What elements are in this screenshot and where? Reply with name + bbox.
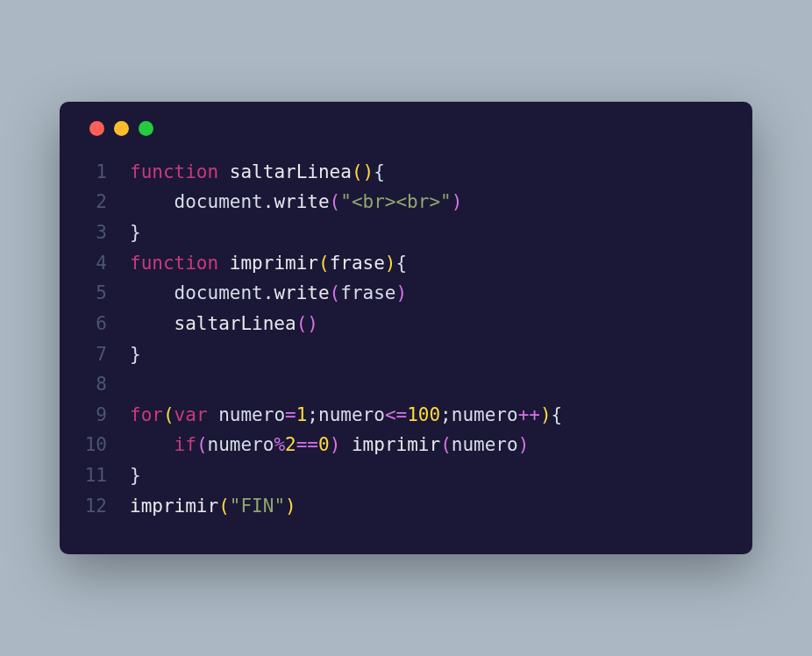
code-content: imprimir("FIN") bbox=[130, 491, 296, 522]
code-content: document.write("<br><br>") bbox=[130, 187, 462, 217]
line-number: 5 bbox=[84, 278, 130, 309]
line-number: 4 bbox=[84, 248, 130, 279]
code-line[interactable]: 11} bbox=[84, 460, 728, 491]
titlebar bbox=[84, 121, 728, 136]
line-number: 7 bbox=[84, 339, 130, 370]
code-content: for(var numero=1;numero<=100;numero++){ bbox=[130, 400, 562, 431]
code-line[interactable]: 2 document.write("<br><br>") bbox=[84, 187, 728, 217]
line-number: 9 bbox=[84, 400, 130, 431]
code-content: saltarLinea() bbox=[130, 309, 318, 339]
code-window: 1function saltarLinea(){2 document.write… bbox=[60, 102, 752, 555]
minimize-icon[interactable] bbox=[114, 121, 129, 136]
code-line[interactable]: 6 saltarLinea() bbox=[84, 309, 728, 339]
code-line[interactable]: 3} bbox=[84, 217, 728, 248]
code-content: } bbox=[130, 339, 141, 370]
code-editor[interactable]: 1function saltarLinea(){2 document.write… bbox=[84, 157, 728, 522]
code-content: } bbox=[130, 460, 141, 491]
close-icon[interactable] bbox=[89, 121, 104, 136]
line-number: 8 bbox=[84, 369, 130, 400]
line-number: 10 bbox=[84, 430, 130, 460]
code-line[interactable]: 8 bbox=[84, 369, 728, 400]
code-line[interactable]: 9for(var numero=1;numero<=100;numero++){ bbox=[84, 400, 728, 431]
line-number: 2 bbox=[84, 187, 130, 217]
code-content: if(numero%2==0) imprimir(numero) bbox=[130, 430, 529, 460]
code-line[interactable]: 4function imprimir(frase){ bbox=[84, 248, 728, 279]
code-content: document.write(frase) bbox=[130, 278, 407, 309]
line-number: 11 bbox=[84, 460, 130, 491]
line-number: 12 bbox=[84, 491, 130, 522]
code-line[interactable]: 7} bbox=[84, 339, 728, 370]
code-line[interactable]: 1function saltarLinea(){ bbox=[84, 157, 728, 188]
code-line[interactable]: 12imprimir("FIN") bbox=[84, 491, 728, 522]
code-content: function saltarLinea(){ bbox=[130, 157, 385, 188]
code-content: function imprimir(frase){ bbox=[130, 248, 407, 279]
code-content: } bbox=[130, 217, 141, 248]
line-number: 3 bbox=[84, 217, 130, 248]
code-line[interactable]: 10 if(numero%2==0) imprimir(numero) bbox=[84, 430, 728, 460]
maximize-icon[interactable] bbox=[139, 121, 153, 136]
line-number: 6 bbox=[84, 309, 130, 339]
line-number: 1 bbox=[84, 157, 130, 188]
code-line[interactable]: 5 document.write(frase) bbox=[84, 278, 728, 309]
